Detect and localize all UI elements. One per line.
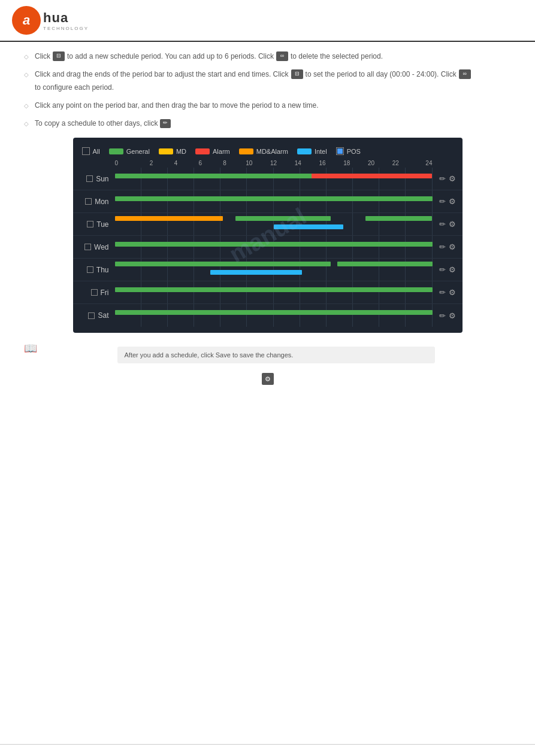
- grid-cell: [168, 236, 194, 258]
- mon-grid: [115, 190, 433, 212]
- thu-bar-general2: [337, 262, 433, 266]
- grid-cell: [379, 236, 406, 258]
- grid-cell: [194, 190, 220, 212]
- sun-timeline: [115, 168, 433, 190]
- fri-grid: [115, 281, 433, 303]
- grid-cell: [274, 190, 300, 212]
- time-12: 12: [261, 160, 286, 166]
- bullet-item-1: ◇ Click ⊟ to add a new schedule period. …: [24, 51, 511, 62]
- grid-cell: [353, 304, 379, 327]
- tue-settings-icon[interactable]: ⚙: [449, 220, 456, 229]
- sat-label: Sat: [73, 311, 115, 320]
- time-18: 18: [334, 160, 359, 166]
- legend-pos-label: POS: [347, 148, 361, 155]
- wed-text: Wed: [94, 243, 108, 251]
- mon-copy-icon[interactable]: ✏: [439, 197, 446, 206]
- grid-cell: [194, 281, 220, 303]
- bullet-diamond-1: ◇: [24, 52, 29, 61]
- pencil-icon: ✏: [160, 119, 171, 128]
- grid-cell: [247, 168, 273, 190]
- mon-timeline: [115, 190, 433, 212]
- grid-cell: [406, 190, 432, 212]
- tue-copy-icon[interactable]: ✏: [439, 220, 446, 229]
- grid-cell: [300, 281, 327, 303]
- sat-copy-icon[interactable]: ✏: [439, 311, 446, 320]
- schedule-row-mon: Mon ✏ ⚙: [73, 190, 463, 213]
- bullet-text-1: Click ⊟ to add a new schedule period. Yo…: [35, 51, 511, 62]
- time-8: 8: [213, 160, 237, 166]
- time-10: 10: [237, 160, 261, 166]
- time-6: 6: [188, 160, 213, 166]
- grid-cell: [220, 304, 247, 327]
- sat-timeline: [115, 304, 433, 327]
- loop-icon-2: ∞: [459, 69, 471, 79]
- grid-cell: [300, 304, 327, 327]
- grid-cell: [406, 281, 432, 303]
- pos-checkbox[interactable]: [336, 147, 344, 155]
- tue-text: Tue: [96, 220, 108, 229]
- grid-cell: [327, 168, 353, 190]
- fri-checkbox[interactable]: [91, 289, 98, 296]
- logo-letter: a: [23, 13, 30, 28]
- wed-actions: ✏ ⚙: [433, 242, 463, 251]
- sat-settings-icon[interactable]: ⚙: [449, 311, 456, 320]
- grid-cell: [300, 190, 327, 212]
- mon-checkbox[interactable]: [85, 198, 92, 205]
- sat-bar-general: [115, 310, 433, 315]
- grid-cell: [220, 236, 247, 258]
- legend-general: General: [109, 148, 150, 155]
- grid-cell: [141, 281, 168, 303]
- wed-checkbox[interactable]: [84, 244, 91, 250]
- time-4: 4: [164, 160, 188, 166]
- fri-copy-icon[interactable]: ✏: [439, 288, 446, 297]
- thu-label: Thu: [73, 266, 115, 274]
- legend-md-label: MD: [176, 148, 186, 155]
- schedule-row-thu: Thu ✏ ⚙: [73, 259, 463, 281]
- tue-checkbox[interactable]: [87, 221, 93, 227]
- fri-settings-icon[interactable]: ⚙: [449, 288, 456, 297]
- grid-cell: [406, 236, 432, 258]
- sun-settings-icon[interactable]: ⚙: [449, 174, 456, 183]
- grid-cell: [274, 168, 300, 190]
- thu-timeline: [115, 259, 433, 281]
- grid-cell: [115, 304, 141, 327]
- thu-settings-icon[interactable]: ⚙: [449, 265, 456, 274]
- gear-area: ⚙: [24, 373, 511, 385]
- mon-actions: ✏ ⚙: [433, 197, 463, 206]
- note-box: After you add a schedule, click Save to …: [117, 347, 435, 363]
- grid-cell: [274, 236, 300, 258]
- legend-alarm-label: Alarm: [213, 148, 230, 155]
- all-checkbox[interactable]: [82, 147, 90, 155]
- mon-settings-icon[interactable]: ⚙: [449, 197, 456, 206]
- schedule-row-fri: Fri ✏ ⚙: [73, 281, 463, 304]
- md-dot: [159, 148, 173, 154]
- thu-actions: ✏ ⚙: [433, 265, 463, 274]
- sun-copy-icon[interactable]: ✏: [439, 174, 446, 183]
- time-16: 16: [310, 160, 335, 166]
- bullet-diamond-2: ◇: [24, 70, 29, 79]
- grid-cell: [141, 236, 168, 258]
- legend-intel-label: Intel: [315, 148, 327, 155]
- fri-bar-general: [115, 287, 433, 292]
- wed-copy-icon[interactable]: ✏: [439, 242, 446, 251]
- legend-row: All General MD Alarm MD&Alarm Intel: [73, 144, 463, 159]
- legend-intel: Intel: [297, 148, 327, 155]
- fri-actions: ✏ ⚙: [433, 288, 463, 297]
- grid-cell: [327, 236, 353, 258]
- thu-copy-icon[interactable]: ✏: [439, 265, 446, 274]
- minus-box-icon-1: ⊟: [53, 51, 65, 61]
- sun-checkbox[interactable]: [86, 175, 93, 182]
- time-24: 24: [408, 160, 433, 166]
- thu-checkbox[interactable]: [87, 266, 93, 273]
- logo-text: hua TECHNOLOGY: [43, 10, 89, 31]
- wed-settings-icon[interactable]: ⚙: [449, 242, 456, 251]
- general-dot: [109, 148, 123, 154]
- gear-icon-box[interactable]: ⚙: [262, 373, 274, 385]
- grid-cell: [115, 168, 141, 190]
- grid-cell: [115, 236, 141, 258]
- sat-checkbox[interactable]: [88, 312, 95, 319]
- grid-cell: [274, 304, 300, 327]
- grid-cell: [353, 281, 379, 303]
- fri-text: Fri: [101, 289, 109, 297]
- grid-cell: [300, 168, 327, 190]
